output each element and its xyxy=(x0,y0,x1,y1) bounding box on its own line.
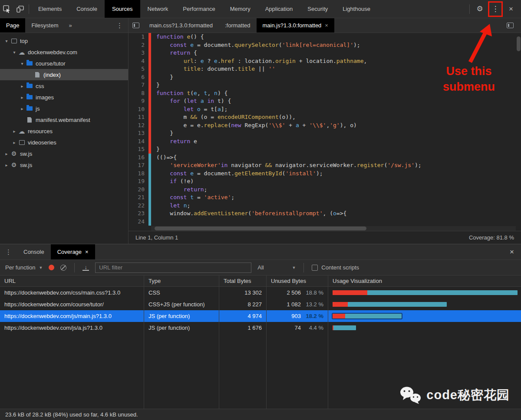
more-tabs-icon[interactable]: » xyxy=(65,18,76,33)
line-number[interactable]: 16 xyxy=(129,154,148,162)
settings-gear-icon[interactable]: ⚙ xyxy=(473,3,486,16)
column-header-total-bytes[interactable]: Total Bytes xyxy=(219,276,267,286)
cell-total-bytes: 13 302 xyxy=(219,287,267,299)
line-number[interactable]: 20 xyxy=(129,186,148,194)
line-number[interactable]: 9 xyxy=(129,97,148,105)
tree-item-resources[interactable]: ▸☁resources xyxy=(0,125,128,137)
close-coverage-tab-icon[interactable]: × xyxy=(85,249,89,255)
type-filter-select[interactable]: All▼ xyxy=(257,264,296,271)
line-number[interactable]: 22 xyxy=(129,202,148,210)
line-number[interactable]: 7 xyxy=(129,81,148,89)
chevron-right-icon[interactable]: ▸ xyxy=(11,129,17,134)
main-tab-application[interactable]: Application xyxy=(258,0,300,18)
line-number[interactable]: 24 xyxy=(129,218,148,226)
tab-page[interactable]: Page xyxy=(0,18,25,33)
url-filter-input[interactable] xyxy=(95,262,251,273)
tree-item-sw-js[interactable]: ▸⚙sw.js xyxy=(0,159,128,171)
file-icon xyxy=(33,72,42,78)
coverage-row[interactable]: https://dockenwebdev.com/css/main.css?1.… xyxy=(0,287,521,299)
tree-item-dockenwebdev-com[interactable]: ▾☁dockenwebdev.com xyxy=(0,46,128,58)
sidebar-kebab-menu-icon[interactable]: ⋮ xyxy=(111,18,128,33)
content-scripts-checkbox[interactable] xyxy=(312,265,318,271)
tree-item-sw-js[interactable]: ▸⚙sw.js xyxy=(0,148,128,159)
customize-devtools-menu-button[interactable]: ⋮ xyxy=(488,1,503,17)
line-number[interactable]: 8 xyxy=(129,89,148,98)
vertical-scrollbar[interactable] xyxy=(516,33,521,226)
line-number[interactable]: 21 xyxy=(129,194,148,202)
main-tab-performance[interactable]: Performance xyxy=(175,0,222,18)
tree-item-css[interactable]: ▸css xyxy=(0,80,128,92)
line-number[interactable]: 12 xyxy=(129,121,148,130)
tree-item-js[interactable]: ▸js xyxy=(0,103,128,114)
record-coverage-button[interactable] xyxy=(49,265,54,270)
line-number[interactable]: 17 xyxy=(129,161,148,170)
line-number[interactable]: 2 xyxy=(129,41,148,49)
line-number[interactable]: 4 xyxy=(129,57,148,66)
tree-item-images[interactable]: ▸images xyxy=(0,92,128,103)
coverage-percentage: Coverage: 81.8 % xyxy=(469,234,514,241)
code-viewer[interactable]: 1function e() {2 const e = document.quer… xyxy=(129,33,521,231)
main-tab-network[interactable]: Network xyxy=(140,0,176,18)
chevron-right-icon[interactable]: ▸ xyxy=(19,84,25,89)
main-tab-lighthouse[interactable]: Lighthouse xyxy=(335,0,378,18)
export-coverage-icon[interactable]: ↓ xyxy=(82,265,89,271)
line-number[interactable]: 19 xyxy=(129,177,148,186)
chevron-right-icon[interactable]: ▸ xyxy=(19,106,25,111)
chevron-right-icon[interactable]: ▸ xyxy=(3,151,10,156)
close-tab-icon[interactable]: × xyxy=(325,22,328,29)
coverage-row[interactable]: https://dockenwebdev.com/js/a.js?1.3.0JS… xyxy=(0,322,521,334)
chevron-right-icon[interactable]: ▸ xyxy=(11,140,17,145)
close-devtools-button[interactable]: × xyxy=(505,3,518,16)
content-scripts-toggle[interactable]: Content scripts xyxy=(312,264,359,271)
chevron-right-icon[interactable]: ▸ xyxy=(19,95,25,100)
chevron-down-icon[interactable]: ▾ xyxy=(11,50,17,55)
column-header-unused-bytes[interactable]: Unused Bytes xyxy=(267,276,328,286)
coverage-row[interactable]: https://dockenwebdev.com/course/tutor/CS… xyxy=(0,299,521,310)
main-tab-console[interactable]: Console xyxy=(69,0,105,18)
tree-item-manifest-webmanifest[interactable]: manifest.webmanifest xyxy=(0,114,128,125)
line-number[interactable]: 23 xyxy=(129,210,148,218)
code-text: } xyxy=(151,73,173,82)
tab-filesystem[interactable]: Filesystem xyxy=(25,18,64,33)
editor-tab--formatted[interactable]: :formatted xyxy=(219,18,257,33)
hide-navigator-icon[interactable] xyxy=(129,18,143,33)
coverage-row[interactable]: https://dockenwebdev.com/js/main.js?1.3.… xyxy=(0,310,521,322)
line-number[interactable]: 15 xyxy=(129,145,148,154)
line-number[interactable]: 6 xyxy=(129,73,148,82)
tree-item-top[interactable]: ▾top xyxy=(0,35,128,46)
main-tab-security[interactable]: Security xyxy=(300,0,335,18)
usage-bar xyxy=(333,302,447,307)
column-header-url[interactable]: URL xyxy=(0,276,144,286)
line-number[interactable]: 3 xyxy=(129,49,148,57)
line-number[interactable]: 10 xyxy=(129,105,148,114)
column-header-type[interactable]: Type xyxy=(144,276,219,286)
tree-item-course-tutor[interactable]: ▾course/tutor xyxy=(0,58,128,69)
device-toolbar-icon[interactable] xyxy=(16,5,24,13)
line-number[interactable]: 11 xyxy=(129,113,148,121)
editor-tab-main-js-1-3-0-formatted[interactable]: main.js?1.3.0:formatted× xyxy=(257,18,334,33)
tab-coverage[interactable]: Coverage× xyxy=(51,244,95,259)
main-tab-elements[interactable]: Elements xyxy=(31,0,69,18)
chevron-right-icon[interactable]: ▸ xyxy=(3,163,10,167)
inspect-element-icon[interactable] xyxy=(3,5,11,13)
drawer-kebab-menu-icon[interactable]: ⋮ xyxy=(0,244,17,259)
column-header-usage-visualization[interactable]: Usage Visualization xyxy=(328,276,521,286)
line-number[interactable]: 13 xyxy=(129,129,148,138)
chevron-down-icon[interactable]: ▾ xyxy=(19,61,25,66)
horizontal-scrollbar[interactable] xyxy=(151,226,516,231)
coverage-mode-select[interactable]: Per function▼ xyxy=(5,264,43,271)
clear-coverage-icon[interactable] xyxy=(60,265,66,271)
editor-tab-main-css-1-3-0-formatted[interactable]: main.css?1.3.0:formatted xyxy=(143,18,219,33)
main-tab-memory[interactable]: Memory xyxy=(223,0,258,18)
tree-item--index-[interactable]: (index) xyxy=(0,69,128,80)
line-number[interactable]: 1 xyxy=(129,33,148,41)
tree-item-videoseries[interactable]: ▸videoseries xyxy=(0,137,128,148)
line-number[interactable]: 5 xyxy=(129,65,148,73)
tab-console[interactable]: Console xyxy=(17,244,51,259)
open-sidebar-icon[interactable] xyxy=(503,23,518,28)
close-drawer-button[interactable]: × xyxy=(503,244,521,259)
line-number[interactable]: 18 xyxy=(129,170,148,178)
line-number[interactable]: 14 xyxy=(129,138,148,146)
chevron-down-icon[interactable]: ▾ xyxy=(3,39,10,43)
main-tab-sources[interactable]: Sources xyxy=(105,0,140,18)
